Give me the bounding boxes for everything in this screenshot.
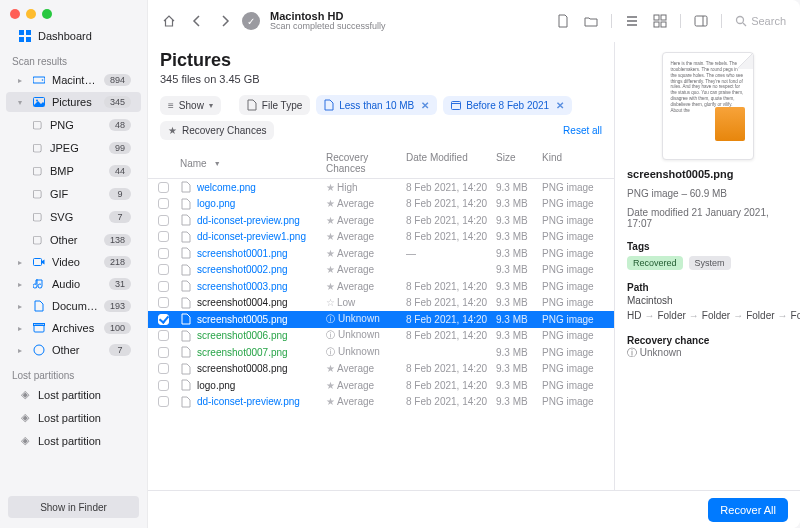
remove-filter-icon[interactable]: ✕ <box>421 100 429 111</box>
sidebar-item-audio[interactable]: ▸Audio31 <box>6 274 141 294</box>
recover-all-button[interactable]: Recover All <box>708 498 788 522</box>
badge: 894 <box>104 74 131 86</box>
sidebar-item-lost-partition[interactable]: ◈Lost partition <box>6 430 141 451</box>
row-checkbox[interactable] <box>158 182 169 193</box>
size-filter-chip[interactable]: Less than 10 MB✕ <box>316 95 437 115</box>
table-row[interactable]: dd-iconset-preview1.png★Average8 Feb 202… <box>148 229 614 246</box>
col-name-header[interactable]: Name▼ <box>180 152 326 174</box>
row-date: — <box>406 248 496 259</box>
table-row[interactable]: screenshot0008.png★Average8 Feb 2021, 14… <box>148 361 614 378</box>
close-window-button[interactable] <box>10 9 20 19</box>
table-row[interactable]: screenshot0004.png☆Low8 Feb 2021, 14:209… <box>148 295 614 312</box>
size-filter-label: Less than 10 MB <box>339 100 414 111</box>
table-row[interactable]: screenshot0007.pngⓘUnknown9.3 MBPNG imag… <box>148 344 614 361</box>
sidebar-item-pictures[interactable]: ▾ Pictures 345 <box>6 92 141 112</box>
minimize-window-button[interactable] <box>26 9 36 19</box>
zoom-window-button[interactable] <box>42 9 52 19</box>
badge: 7 <box>109 211 131 223</box>
table-row[interactable]: screenshot0002.png★Average9.3 MBPNG imag… <box>148 262 614 279</box>
row-checkbox[interactable] <box>158 231 169 242</box>
sidebar-item-gif[interactable]: ▢GIF9 <box>6 183 141 204</box>
sidebar-item-lost-partition[interactable]: ◈Lost partition <box>6 407 141 428</box>
image-icon <box>32 96 46 108</box>
show-in-finder-button[interactable]: Show in Finder <box>8 496 139 518</box>
col-size-header[interactable]: Size <box>496 152 542 174</box>
sidebar-item-video[interactable]: ▸Video218 <box>6 252 141 272</box>
table-row[interactable]: dd-iconset-preview.png★Average8 Feb 2021… <box>148 394 614 411</box>
row-checkbox[interactable] <box>158 347 169 358</box>
file-name: screenshot0001.png <box>197 248 288 259</box>
table-row[interactable]: screenshot0005.pngⓘUnknown8 Feb 2021, 14… <box>148 311 614 328</box>
window-subtitle: Scan completed successfully <box>270 22 386 32</box>
row-checkbox[interactable] <box>158 297 169 308</box>
drive-icon <box>32 74 46 86</box>
date-filter-chip[interactable]: Before 8 Feb 2021✕ <box>443 96 572 115</box>
table-row[interactable]: dd-iconset-preview.png★Average8 Feb 2021… <box>148 212 614 229</box>
new-file-button[interactable] <box>552 10 574 32</box>
forward-button[interactable] <box>214 10 236 32</box>
col-recovery-header[interactable]: Recovery Chances <box>326 152 406 174</box>
filetype-filter-chip[interactable]: File Type <box>239 95 310 115</box>
archive-icon <box>32 322 46 334</box>
sidebar-item-other[interactable]: ▸Other7 <box>6 340 141 360</box>
sidebar-item-archives[interactable]: ▸Archives100 <box>6 318 141 338</box>
sidebar-item-label: Pictures <box>52 96 98 108</box>
row-date: 8 Feb 2021, 14:20 <box>406 198 496 209</box>
row-checkbox[interactable] <box>158 314 169 325</box>
calendar-icon <box>451 100 461 110</box>
badge: 44 <box>109 165 131 177</box>
new-folder-button[interactable] <box>580 10 602 32</box>
col-date-header[interactable]: Date Modified <box>406 152 496 174</box>
table-row[interactable]: welcome.png★High8 Feb 2021, 14:209.3 MBP… <box>148 179 614 196</box>
sidebar-item-other-pictures[interactable]: ▢Other138 <box>6 229 141 250</box>
sidebar-item-jpeg[interactable]: ▢JPEG99 <box>6 137 141 158</box>
chances-filter-chip[interactable]: ★Recovery Chances <box>160 121 274 140</box>
row-checkbox[interactable] <box>158 281 169 292</box>
file-icon <box>180 213 192 227</box>
table-row[interactable]: screenshot0001.png★Average—9.3 MBPNG ima… <box>148 245 614 262</box>
file-icon: ▢ <box>30 233 44 246</box>
sidebar-item-svg[interactable]: ▢SVG7 <box>6 206 141 227</box>
svg-rect-12 <box>654 15 659 20</box>
table-row[interactable]: screenshot0006.pngⓘUnknown8 Feb 2021, 14… <box>148 328 614 345</box>
row-checkbox[interactable] <box>158 264 169 275</box>
back-button[interactable] <box>186 10 208 32</box>
toggle-inspector-button[interactable] <box>690 10 712 32</box>
home-button[interactable] <box>158 10 180 32</box>
table-row[interactable]: screenshot0003.png★Average8 Feb 2021, 14… <box>148 278 614 295</box>
file-icon: ▢ <box>30 118 44 131</box>
sidebar-dashboard[interactable]: Dashboard <box>6 26 141 46</box>
file-name: screenshot0003.png <box>197 281 288 292</box>
row-checkbox[interactable] <box>158 215 169 226</box>
sidebar-item-documents[interactable]: ▸Documents193 <box>6 296 141 316</box>
sidebar-item-label: JPEG <box>50 142 103 154</box>
row-checkbox[interactable] <box>158 380 169 391</box>
row-checkbox[interactable] <box>158 363 169 374</box>
show-filter-button[interactable]: ≡Show▾ <box>160 96 221 115</box>
grid-view-button[interactable] <box>649 10 671 32</box>
row-date: 8 Feb 2021, 14:20 <box>406 314 496 325</box>
col-kind-header[interactable]: Kind <box>542 152 604 174</box>
row-checkbox[interactable] <box>158 396 169 407</box>
table-row[interactable]: logo.png★Average8 Feb 2021, 14:209.3 MBP… <box>148 377 614 394</box>
remove-filter-icon[interactable]: ✕ <box>556 100 564 111</box>
row-checkbox[interactable] <box>158 248 169 259</box>
svg-point-11 <box>34 345 44 355</box>
table-row[interactable]: logo.png★Average8 Feb 2021, 14:209.3 MBP… <box>148 196 614 213</box>
file-name: screenshot0005.png <box>197 314 288 325</box>
sidebar-item-label: Lost partition <box>38 412 131 424</box>
sidebar-item-macintosh-hd[interactable]: ▸ Macintosh HD 894 <box>6 70 141 90</box>
sidebar-item-png[interactable]: ▢PNG48 <box>6 114 141 135</box>
sidebar-item-bmp[interactable]: ▢BMP44 <box>6 160 141 181</box>
inspector-pane: Here is the main. The rebels. The troubl… <box>614 42 800 490</box>
sidebar-item-lost-partition[interactable]: ◈Lost partition <box>6 384 141 405</box>
reset-filters-link[interactable]: Reset all <box>563 125 602 136</box>
row-kind: PNG image <box>542 264 604 275</box>
search-field[interactable]: Search <box>731 15 790 27</box>
row-checkbox[interactable] <box>158 198 169 209</box>
other-icon <box>32 344 46 356</box>
divider <box>611 14 612 28</box>
sidebar-item-label: Lost partition <box>38 389 131 401</box>
row-checkbox[interactable] <box>158 330 169 341</box>
list-view-button[interactable] <box>621 10 643 32</box>
